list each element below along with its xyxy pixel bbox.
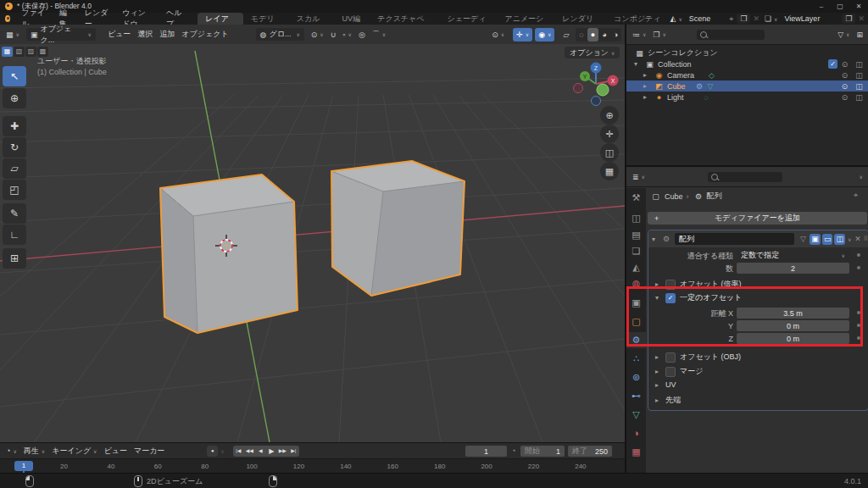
- perspective-toggle-button[interactable]: ▦: [600, 162, 619, 180]
- tool-measure[interactable]: ∟: [3, 225, 26, 245]
- workspace-tab-shading[interactable]: シェーディング: [440, 13, 498, 25]
- tab-particles[interactable]: ∴: [626, 351, 646, 367]
- workspace-tab-layout[interactable]: レイアウト: [198, 13, 243, 25]
- zoom-button[interactable]: ⊕: [600, 106, 619, 125]
- constant-offset-checkbox[interactable]: ✓: [665, 293, 676, 303]
- animate-decorator[interactable]: [857, 336, 860, 340]
- tab-physics[interactable]: ⊚: [626, 369, 646, 385]
- jump-to-end-button[interactable]: ▶|: [288, 446, 299, 457]
- disable-render-icon[interactable]: ◫: [852, 71, 866, 80]
- workspace-tab-compositing[interactable]: コンポジティング: [606, 13, 670, 25]
- show-in-editmode-toggle[interactable]: ▣: [810, 234, 821, 245]
- frame-end-field[interactable]: 終了250: [568, 446, 612, 457]
- snap-target-dropdown[interactable]: ▫∨: [339, 28, 355, 42]
- select-mode-extend[interactable]: ▧: [14, 47, 25, 57]
- distance-x-field[interactable]: 3.5 m: [737, 308, 849, 319]
- shading-solid-button[interactable]: ●: [587, 28, 598, 42]
- outliner-editor-type-button[interactable]: ≔∨: [629, 28, 649, 42]
- tab-material[interactable]: ◑: [626, 425, 646, 441]
- expand-icon[interactable]: ▸: [643, 93, 654, 101]
- use-preview-range-icon[interactable]: ◔: [511, 446, 515, 455]
- tab-texture[interactable]: ▦: [626, 444, 646, 460]
- properties-search-input[interactable]: [708, 172, 782, 182]
- viewport-3d[interactable]: Z X Y ▦ ▧ ▨ ▩ ユーザー・透視投影 (1) Collection |…: [0, 44, 625, 442]
- outliner-row-collection[interactable]: ▾ ▣ Collection ✓ ⊙ ◫: [626, 58, 868, 69]
- animate-decorator[interactable]: [857, 266, 860, 269]
- select-mode-subtract[interactable]: ▨: [25, 47, 36, 57]
- current-frame-field[interactable]: 1: [465, 446, 507, 457]
- playhead-badge[interactable]: 1: [14, 461, 33, 471]
- xray-toggle[interactable]: ▱: [559, 28, 572, 42]
- collapse-icon[interactable]: ▸: [655, 280, 665, 288]
- play-button[interactable]: ▶: [266, 446, 277, 457]
- tool-scale[interactable]: ▱: [3, 158, 26, 179]
- camera-view-button[interactable]: ◫: [600, 143, 619, 162]
- hide-eye-icon[interactable]: ⊙: [837, 82, 852, 91]
- pin-icon[interactable]: ⌖: [729, 14, 733, 24]
- tab-modifiers[interactable]: ⚙: [626, 332, 646, 348]
- outliner-search-input[interactable]: [697, 30, 765, 40]
- tab-constraints[interactable]: ⊷: [626, 388, 646, 404]
- timeline-menu-marker[interactable]: マーカー: [131, 444, 168, 458]
- drag-handle-icon[interactable]: ⠿: [864, 236, 868, 242]
- viewlayer-copy-button[interactable]: ❐: [842, 14, 855, 24]
- snap-toggle[interactable]: ∪: [327, 28, 340, 42]
- timeline-editor-type-button[interactable]: ◔∨: [3, 444, 20, 458]
- scene-name[interactable]: Scene: [689, 14, 711, 23]
- outliner-row-camera[interactable]: ▸ ◉ Camera ◇ ⊙ ◫: [626, 69, 868, 80]
- scene-unlink-icon[interactable]: ✕: [753, 14, 760, 23]
- expand-icon[interactable]: ▾: [634, 60, 644, 68]
- modifier-extras-dropdown[interactable]: ∨: [848, 236, 851, 242]
- viewlayer-remove-icon[interactable]: ✕: [858, 14, 865, 23]
- viewport-menu-view[interactable]: ビュー: [104, 28, 134, 42]
- tab-output[interactable]: ▤: [626, 227, 646, 243]
- maximize-button[interactable]: ▢: [831, 1, 849, 12]
- scene-icon[interactable]: ◭: [670, 14, 676, 23]
- blender-menu-icon[interactable]: [5, 15, 10, 22]
- workspace-tab-texture-paint[interactable]: テクスチャペイント: [370, 13, 439, 25]
- uv-section[interactable]: ▸ UV: [655, 380, 676, 389]
- distance-y-field[interactable]: 0 m: [737, 320, 849, 331]
- shading-material-button[interactable]: ◕: [598, 28, 609, 42]
- jump-to-start-button[interactable]: |◀: [233, 446, 244, 457]
- proportional-edit-toggle[interactable]: ◎: [355, 28, 369, 42]
- tab-world[interactable]: ◍: [626, 275, 646, 291]
- outliner-row-scene-collection[interactable]: ▦ シーンコレクション: [626, 47, 868, 58]
- prev-keyframe-button[interactable]: ◀◀: [244, 446, 255, 457]
- tab-object[interactable]: ▢: [626, 313, 646, 330]
- shading-rendered-button[interactable]: ◑: [610, 28, 621, 42]
- workspace-tab-animation[interactable]: アニメーション: [497, 13, 554, 25]
- properties-editor-type-button[interactable]: ≣∨: [629, 170, 648, 184]
- keying-set-dropdown[interactable]: ∨: [220, 448, 224, 454]
- outliner-row-cube[interactable]: ▸ ◩ Cube ⚙ ▽ ⊙ ◫: [626, 80, 868, 92]
- pan-button[interactable]: ✛: [600, 125, 619, 143]
- collection-checkbox[interactable]: ✓: [828, 59, 837, 69]
- show-realtime-toggle[interactable]: ▭: [822, 234, 833, 245]
- tab-render[interactable]: ◫: [626, 210, 646, 226]
- overlays-dropdown[interactable]: ◉∨: [535, 28, 554, 42]
- play-reverse-button[interactable]: ◀: [255, 446, 266, 457]
- viewport-menu-add[interactable]: 追加: [156, 28, 178, 42]
- merge-checkbox[interactable]: [665, 367, 676, 377]
- scene-chevron-icon[interactable]: ∨: [678, 16, 682, 22]
- show-render-toggle[interactable]: ◫: [834, 234, 845, 245]
- tool-cursor[interactable]: ⊕: [3, 88, 26, 108]
- hide-eye-icon[interactable]: ⊙: [837, 60, 852, 69]
- visibility-dropdown[interactable]: ⊙∨: [488, 28, 508, 42]
- scene-copy-button[interactable]: ❐: [737, 14, 750, 24]
- workspace-tab-sculpting[interactable]: スカルプト: [289, 13, 335, 25]
- caps-section[interactable]: ▸ 先端: [655, 395, 681, 406]
- tool-select-box[interactable]: ↖: [3, 66, 26, 86]
- pivot-point-dropdown[interactable]: ⊙∨: [308, 28, 327, 42]
- offset-obj-checkbox[interactable]: [665, 352, 676, 363]
- falloff-dropdown[interactable]: ⌒∨: [369, 28, 389, 42]
- tab-view-layer[interactable]: ❏: [626, 243, 646, 259]
- hide-eye-icon[interactable]: ⊙: [837, 71, 852, 80]
- fit-type-dropdown[interactable]: 定数で指定∨: [737, 250, 849, 261]
- constant-offset-section[interactable]: ▾ ✓ 一定のオフセット: [655, 292, 742, 303]
- tool-add-cube[interactable]: ⊞: [3, 248, 26, 269]
- viewport-menu-select[interactable]: 選択: [134, 28, 156, 42]
- pin-id-icon[interactable]: ⌖: [854, 191, 858, 200]
- tab-collection[interactable]: ▣: [626, 295, 646, 311]
- timeline-menu-playback[interactable]: 再生∨: [20, 444, 48, 458]
